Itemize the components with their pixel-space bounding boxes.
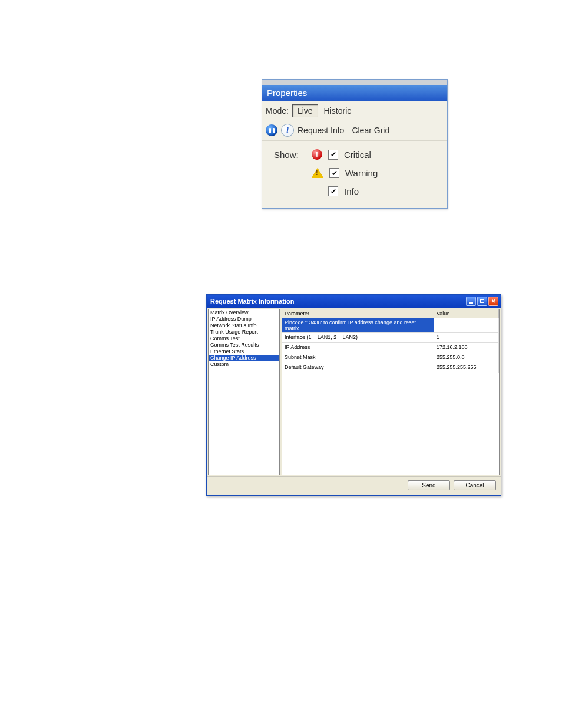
cell-value[interactable]: 1: [434, 333, 499, 343]
info-checkbox[interactable]: ✔: [328, 186, 338, 196]
critical-icon: !: [312, 149, 322, 160]
sidebar-item-custom[interactable]: Custom: [209, 361, 279, 368]
warning-label: Warning: [345, 168, 378, 178]
grid-row-subnet-mask[interactable]: Subnet Mask 255.255.0.0: [282, 353, 499, 363]
minimize-icon[interactable]: [466, 297, 476, 306]
parameter-grid: Parameter Value Pincode '13438' to confi…: [282, 309, 500, 475]
critical-checkbox[interactable]: ✔: [328, 150, 338, 160]
grid-header: Parameter Value: [282, 309, 499, 318]
properties-title: Properties: [262, 85, 447, 101]
filter-section: Show: ! ✔ Critical ✔ Warning ✔ Info: [262, 141, 447, 208]
send-button[interactable]: Send: [408, 480, 450, 490]
cell-param: IP Address: [282, 343, 434, 353]
request-matrix-info-dialog: Request Matrix Information Matrix Overvi…: [206, 294, 501, 496]
cell-param: Default Gateway: [282, 363, 434, 373]
warning-checkbox[interactable]: ✔: [329, 168, 339, 178]
mode-live-button[interactable]: Live: [292, 104, 318, 117]
cell-param: Pincode '13438' to confirm IP address ch…: [282, 318, 434, 333]
col-value[interactable]: Value: [434, 309, 499, 318]
request-info-button[interactable]: Request Info: [297, 126, 344, 135]
page-footer-rule: [49, 678, 521, 678]
cell-value[interactable]: 255.255.0.0: [434, 353, 499, 363]
info-icon[interactable]: i: [281, 124, 294, 137]
dialog-sidebar: Matrix Overview IP Address Dump Network …: [208, 309, 280, 475]
toolbar-row: i Request Info Clear Grid: [262, 120, 447, 141]
col-parameter[interactable]: Parameter: [282, 309, 434, 318]
mode-label: Mode:: [266, 106, 289, 116]
properties-panel: Properties Mode: Live Historic i Request…: [262, 79, 448, 209]
cell-value[interactable]: 172.16.2.100: [434, 343, 499, 353]
sidebar-item-comms-test-results[interactable]: Comms Test Results: [209, 342, 279, 348]
info-label: Info: [344, 186, 359, 196]
toolbar-separator: [348, 124, 348, 136]
cell-param: Interface (1 = LAN1, 2 = LAN2): [282, 333, 434, 343]
panel-top-strip: [262, 80, 447, 85]
dialog-titlebar[interactable]: Request Matrix Information: [207, 295, 501, 308]
mode-historic-button[interactable]: Historic: [319, 105, 356, 117]
sidebar-item-trunk-usage-report[interactable]: Trunk Usage Report: [209, 329, 279, 335]
grid-row-pincode[interactable]: Pincode '13438' to confirm IP address ch…: [282, 318, 499, 333]
show-label: Show:: [274, 150, 306, 160]
sidebar-item-comms-test[interactable]: Comms Test: [209, 335, 279, 342]
grid-row-ip-address[interactable]: IP Address 172.16.2.100: [282, 343, 499, 353]
mode-row: Mode: Live Historic: [262, 101, 447, 120]
pause-icon[interactable]: [266, 124, 277, 136]
dialog-footer: Send Cancel: [207, 476, 501, 495]
clear-grid-button[interactable]: Clear Grid: [352, 126, 389, 135]
cancel-button[interactable]: Cancel: [454, 480, 496, 490]
warning-icon: [312, 168, 323, 178]
cell-value[interactable]: [434, 318, 499, 333]
dialog-title-text: Request Matrix Information: [210, 298, 294, 305]
sidebar-item-ip-address-dump[interactable]: IP Address Dump: [209, 316, 279, 322]
sidebar-item-network-status-info[interactable]: Network Status Info: [209, 322, 279, 329]
cell-value[interactable]: 255.255.255.255: [434, 363, 499, 373]
sidebar-item-ethernet-stats[interactable]: Ethernet Stats: [209, 348, 279, 355]
grid-row-interface[interactable]: Interface (1 = LAN1, 2 = LAN2) 1: [282, 333, 499, 343]
sidebar-item-change-ip-address[interactable]: Change IP Address: [209, 355, 279, 361]
close-icon[interactable]: [488, 297, 498, 306]
maximize-icon[interactable]: [477, 297, 487, 306]
sidebar-item-matrix-overview[interactable]: Matrix Overview: [209, 309, 279, 316]
critical-label: Critical: [344, 150, 371, 160]
grid-row-default-gateway[interactable]: Default Gateway 255.255.255.255: [282, 363, 499, 373]
cell-param: Subnet Mask: [282, 353, 434, 363]
